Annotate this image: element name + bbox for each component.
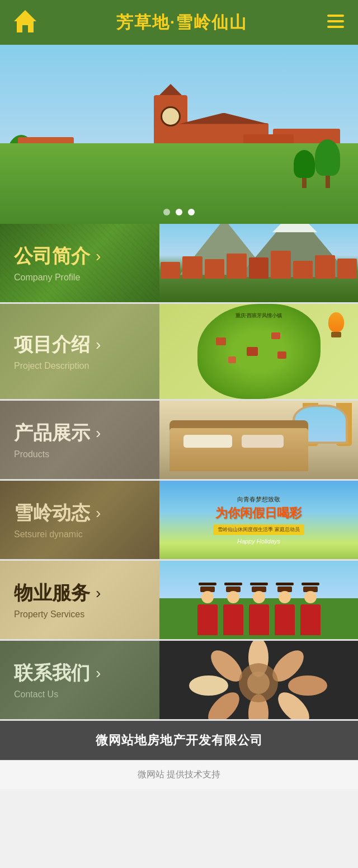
map-island: 重庆·西班牙风情小镇 <box>197 304 321 399</box>
hands-svg <box>159 641 358 719</box>
company-title-en: Company Profile <box>14 273 145 283</box>
staff-group <box>159 583 358 635</box>
menu-button[interactable] <box>324 10 347 35</box>
svg-rect-0 <box>327 20 344 22</box>
section-company: 公司简介 › Company Profile <box>0 224 358 304</box>
news-image: 向青春梦想致敬 为你闲假日喝彩 雪岭仙山休闲度假生活季 家庭总动员 Happy … <box>159 481 358 559</box>
dot-1[interactable] <box>163 209 170 215</box>
project-menu-item[interactable]: 项目介绍 › Project Description <box>0 304 159 399</box>
footer-support-text: 微网站 提供技术支持 <box>8 769 350 781</box>
mountain-scene <box>159 224 358 302</box>
staff-2 <box>222 583 244 635</box>
company-title-zh: 公司简介 › <box>14 243 145 269</box>
products-title-zh: 产品展示 › <box>14 420 145 446</box>
section-project: 项目介绍 › Project Description 重庆·西班牙风情小镇 <box>0 304 358 401</box>
pillow-right <box>242 435 284 448</box>
svg-point-5 <box>288 675 327 696</box>
news-title-zh: 雪岭动态 › <box>14 500 145 526</box>
home-button[interactable] <box>11 7 39 37</box>
products-image <box>159 401 358 479</box>
company-menu-item[interactable]: 公司简介 › Company Profile <box>0 224 159 302</box>
staff-4 <box>274 583 296 635</box>
header: 芳草地·雪岭仙山 <box>0 0 358 45</box>
news-menu-item[interactable]: 雪岭动态 › Setsurei dynamic <box>0 481 159 559</box>
mountain-snow <box>272 224 317 232</box>
contact-title-zh: 联系我们 › <box>14 660 145 686</box>
footer-company: 微网站地房地产开发有限公司 <box>0 721 358 760</box>
property-image <box>159 561 358 639</box>
menu-icon <box>327 15 344 17</box>
bedroom-bed <box>169 428 309 471</box>
dot-2[interactable] <box>176 209 182 215</box>
staff-5 <box>299 583 322 635</box>
dot-3[interactable] <box>188 209 195 215</box>
svg-point-12 <box>247 672 270 694</box>
hero-scene <box>0 45 358 224</box>
tree-right2 <box>294 150 315 188</box>
map-text: 重庆·西班牙风情小镇 <box>200 312 318 320</box>
contact-image <box>159 641 358 719</box>
event-venue: 雪岭仙山休闲度假生活季 家庭总动员 <box>213 524 304 535</box>
contact-title-en: Contact Us <box>14 689 145 700</box>
project-title-zh: 项目介绍 › <box>14 332 145 358</box>
property-title-zh: 物业服务 › <box>14 580 145 606</box>
products-title-en: Products <box>14 449 145 459</box>
section-news: 雪岭动态 › Setsurei dynamic 向青春梦想致敬 为你闲假日喝彩 … <box>0 481 358 561</box>
property-title-en: Property Services <box>14 609 145 620</box>
footer-support: 微网站 提供技术支持 <box>0 760 358 789</box>
pillow-left <box>183 435 232 448</box>
section-contact: 联系我们 › Contact Us <box>0 641 358 721</box>
staff-3 <box>248 583 270 635</box>
event-big-text: 为你闲假日喝彩 <box>213 506 304 520</box>
bedroom-scene <box>159 401 358 479</box>
section-property: 物业服务 › Property Services <box>0 561 358 641</box>
company-image <box>159 224 358 302</box>
event-header: 向青春梦想致敬 <box>213 495 304 504</box>
svg-point-9 <box>189 675 228 696</box>
tree-right <box>315 139 340 188</box>
event-holidays: Happy Holidays <box>213 538 304 545</box>
staff-1 <box>196 583 219 635</box>
hot-air-balloon <box>328 312 344 337</box>
site-title: 芳草地·雪岭仙山 <box>116 11 247 34</box>
event-scene: 向青春梦想致敬 为你闲假日喝彩 雪岭仙山休闲度假生活季 家庭总动员 Happy … <box>159 481 358 559</box>
hands-scene <box>159 641 358 719</box>
contact-menu-item[interactable]: 联系我们 › Contact Us <box>0 641 159 719</box>
hero-slider[interactable] <box>0 45 358 224</box>
footer-company-name: 微网站地房地产开发有限公司 <box>11 732 347 749</box>
news-title-en: Setsurei dynamic <box>14 529 145 539</box>
project-title-en: Project Description <box>14 361 145 371</box>
home-icon <box>14 10 36 32</box>
map-scene: 重庆·西班牙风情小镇 <box>159 304 358 399</box>
products-menu-item[interactable]: 产品展示 › Products <box>0 401 159 479</box>
mountain-buildings <box>159 251 358 279</box>
property-menu-item[interactable]: 物业服务 › Property Services <box>0 561 159 639</box>
section-products: 产品展示 › Products <box>0 401 358 481</box>
slider-dots <box>163 209 195 215</box>
svg-rect-1 <box>327 26 344 28</box>
project-image: 重庆·西班牙风情小镇 <box>159 304 358 399</box>
staff-scene <box>159 561 358 639</box>
event-content: 向青春梦想致敬 为你闲假日喝彩 雪岭仙山休闲度假生活季 家庭总动员 Happy … <box>208 490 310 550</box>
